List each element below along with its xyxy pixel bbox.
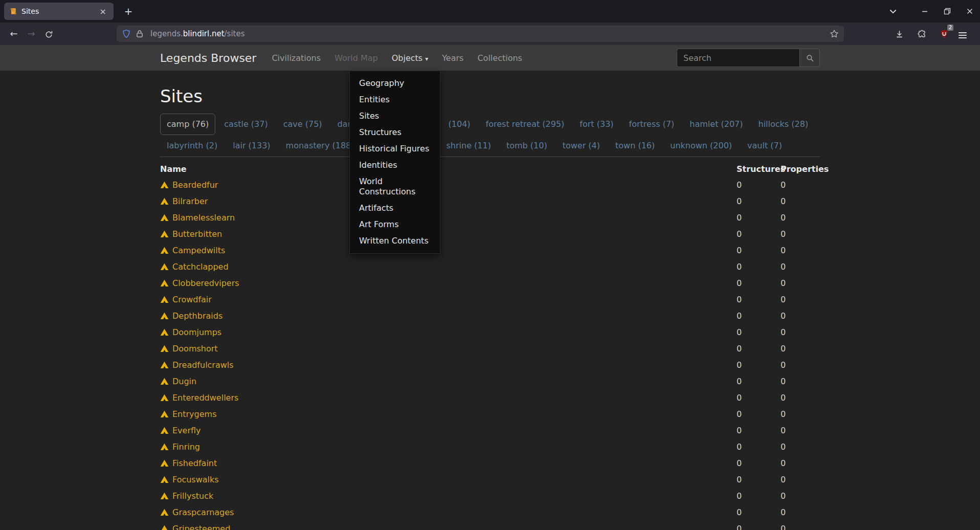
forward-button[interactable]: → <box>23 26 40 41</box>
minimize-button[interactable] <box>921 7 929 15</box>
site-link-campedwilts[interactable]: Campedwilts <box>172 246 225 255</box>
tab-vault-7[interactable]: vault (7) <box>741 135 789 157</box>
tab-camp-76[interactable]: camp (76) <box>160 114 215 135</box>
tab-hillocks-28[interactable]: hillocks (28) <box>752 114 815 135</box>
menu-item-world-constructions[interactable]: World Constructions <box>350 173 440 200</box>
site-link-everfly[interactable]: Everfly <box>172 426 201 435</box>
site-link-graspcarnages[interactable]: Graspcarnages <box>172 507 234 517</box>
properties-value: 0 <box>781 327 820 337</box>
site-name-cell: Graspcarnages <box>160 507 737 517</box>
close-window-button[interactable] <box>966 7 974 15</box>
site-link-doomshort[interactable]: Doomshort <box>172 344 218 354</box>
tab-town-16[interactable]: town (16) <box>609 135 661 157</box>
properties-value: 0 <box>781 246 820 255</box>
extensions-puzzle-icon[interactable] <box>914 26 930 42</box>
site-link-blamelesslearn[interactable]: Blamelesslearn <box>172 213 235 223</box>
site-link-catchclapped[interactable]: Catchclapped <box>172 262 229 272</box>
tab-cave-75[interactable]: cave (75) <box>277 114 329 135</box>
site-name-cell: Beardedfur <box>160 180 737 190</box>
nav-item-objects[interactable]: Objects▾ <box>392 53 428 63</box>
tab-shrine-11[interactable]: shrine (11) <box>440 135 498 157</box>
search-input[interactable] <box>677 49 799 67</box>
table-row: Dugin00 <box>160 373 820 389</box>
back-button[interactable]: ← <box>5 26 23 41</box>
site-link-butterbitten[interactable]: Butterbitten <box>172 229 222 239</box>
menu-item-sites[interactable]: Sites <box>350 108 440 124</box>
menu-item-identities[interactable]: Identities <box>350 157 440 173</box>
tab-lair-133[interactable]: lair (133) <box>226 135 277 157</box>
table-row: Bilrarber00 <box>160 193 820 209</box>
site-link-bilrarber[interactable]: Bilrarber <box>172 196 208 206</box>
table-row: Beardedfur00 <box>160 176 820 193</box>
menu-item-entities[interactable]: Entities <box>350 92 440 108</box>
tab-labyrinth-2[interactable]: labyrinth (2) <box>160 135 224 157</box>
structures-value: 0 <box>737 246 781 255</box>
structures-value: 0 <box>737 393 781 403</box>
downloads-icon[interactable] <box>891 26 907 42</box>
sites-table: Name Structures Properties Beardedfur00B… <box>160 161 820 530</box>
properties-value: 0 <box>781 360 820 370</box>
browser-tab-sites[interactable]: Sites × <box>4 3 114 20</box>
column-header-name: Name <box>160 164 737 174</box>
tab-monastery-188[interactable]: monastery (188) <box>279 135 361 157</box>
site-link-fishedfaint[interactable]: Fishedfaint <box>172 458 217 468</box>
restore-window-button[interactable] <box>943 7 951 15</box>
structures-value: 0 <box>737 278 781 288</box>
tracking-protection-shield-icon[interactable] <box>122 29 131 38</box>
site-name-cell: Bilrarber <box>160 196 737 206</box>
site-link-depthbraids[interactable]: Depthbraids <box>172 311 222 321</box>
menu-item-geography[interactable]: Geography <box>350 75 440 92</box>
table-row: Crowdfair00 <box>160 291 820 307</box>
site-link-dugin[interactable]: Dugin <box>172 377 196 386</box>
menu-item-artifacts[interactable]: Artifacts <box>350 200 440 216</box>
bookmark-star-icon[interactable] <box>830 29 839 38</box>
tab-forest-retreat-295[interactable]: forest retreat (295) <box>479 114 571 135</box>
tab-fort-33[interactable]: fort (33) <box>573 114 620 135</box>
tab-fortress-7[interactable]: fortress (7) <box>622 114 681 135</box>
toolbar-extensions-area: 2 <box>891 26 975 42</box>
tab-close-icon[interactable]: × <box>98 7 108 16</box>
site-link-gripesteemed[interactable]: Gripesteemed <box>172 524 230 530</box>
site-link-beardedfur[interactable]: Beardedfur <box>172 180 218 190</box>
site-link-entrygems[interactable]: Entrygems <box>172 409 217 419</box>
table-row: Entereddwellers00 <box>160 389 820 406</box>
url-subdomain: legends. <box>150 29 183 38</box>
tab-tower-4[interactable]: tower (4) <box>556 135 607 157</box>
url-bar[interactable]: legends.blindirl.net/sites <box>117 26 844 42</box>
menu-item-written-contents[interactable]: Written Contents <box>350 233 440 249</box>
menu-item-structures[interactable]: Structures <box>350 124 440 141</box>
chevron-down-icon: ▾ <box>425 55 428 62</box>
site-link-dreadfulcrawls[interactable]: Dreadfulcrawls <box>172 360 234 370</box>
tab-castle-37[interactable]: castle (37) <box>217 114 274 135</box>
menu-hamburger-icon[interactable] <box>959 26 975 42</box>
site-link-frillystuck[interactable]: Frillystuck <box>172 491 213 501</box>
nav-item-collections[interactable]: Collections <box>477 53 522 63</box>
tab-hamlet-207[interactable]: hamlet (207) <box>683 114 749 135</box>
tab-tomb-10[interactable]: tomb (10) <box>500 135 554 157</box>
properties-value: 0 <box>781 213 820 223</box>
lock-icon[interactable] <box>135 29 144 38</box>
tent-site-icon <box>160 197 169 206</box>
ublock-origin-icon[interactable]: 2 <box>936 26 952 42</box>
nav-item-world-map[interactable]: World Map <box>335 53 378 63</box>
nav-item-years[interactable]: Years <box>442 53 463 63</box>
menu-item-historical-figures[interactable]: Historical Figures <box>350 141 440 157</box>
new-tab-button[interactable]: + <box>121 4 136 18</box>
site-link-finring[interactable]: Finring <box>172 442 200 452</box>
nav-item-civilizations[interactable]: Civilizations <box>272 53 321 63</box>
tent-site-icon <box>160 361 169 369</box>
menu-item-art-forms[interactable]: Art Forms <box>350 216 440 233</box>
site-link-doomjumps[interactable]: Doomjumps <box>172 327 221 337</box>
brand-legends-browser[interactable]: Legends Browser <box>160 52 256 64</box>
tent-site-icon <box>160 524 169 530</box>
tab-unknown-200[interactable]: unknown (200) <box>663 135 739 157</box>
tent-site-icon <box>160 279 169 288</box>
site-name-cell: Dugin <box>160 377 737 386</box>
reload-button[interactable] <box>40 26 57 41</box>
site-link-focuswalks[interactable]: Focuswalks <box>172 475 219 484</box>
search-button[interactable] <box>799 49 820 67</box>
site-link-crowdfair[interactable]: Crowdfair <box>172 295 212 304</box>
site-link-clobberedvipers[interactable]: Clobberedvipers <box>172 278 239 288</box>
tab-list-chevron-icon[interactable] <box>888 6 900 16</box>
site-link-entereddwellers[interactable]: Entereddwellers <box>172 393 238 403</box>
